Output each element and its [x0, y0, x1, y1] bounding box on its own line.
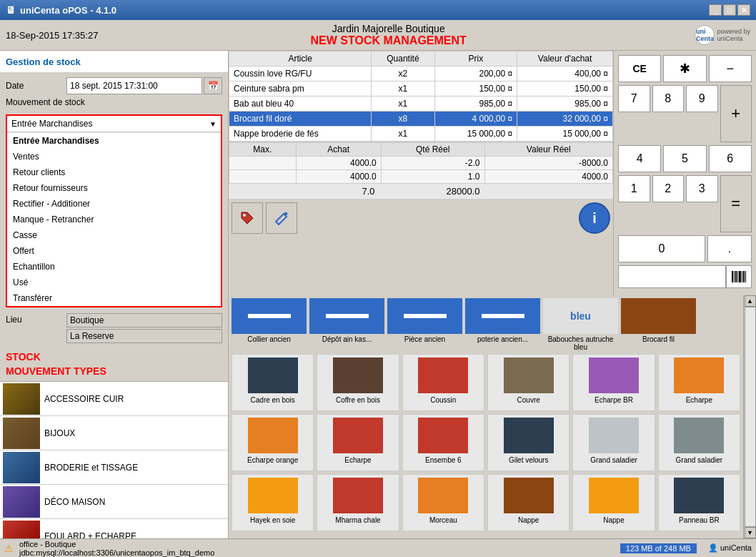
- product-echarpe-br[interactable]: Echarpe BR: [572, 354, 655, 411]
- dropdown-item-1[interactable]: Ventes: [7, 149, 221, 164]
- digit-7-btn[interactable]: 7: [618, 85, 650, 112]
- middle-section: Article Quantité Prix Valeur d'achat Cou…: [229, 51, 756, 295]
- dropdown-item-7[interactable]: Offert: [7, 243, 221, 259]
- dropdown-item-4[interactable]: Rectifier - Additioner: [7, 196, 221, 212]
- movement-dropdown[interactable]: Entrée Marchandises ▼ Entrée Marchandise…: [6, 114, 222, 307]
- digit-2-btn[interactable]: 2: [652, 175, 685, 202]
- minus-button[interactable]: −: [709, 55, 752, 82]
- product-ensembe[interactable]: Ensembe 6: [402, 414, 484, 471]
- cell-article: Bab aut bleu 40: [229, 97, 372, 112]
- product-echarpe1[interactable]: Echarpe: [658, 354, 740, 411]
- barcode-btn[interactable]: [726, 265, 752, 288]
- movement-selected: Entrée Marchandises: [11, 119, 92, 129]
- table-row[interactable]: Coussin love RG/FU x2 200,00 ¤ 400,00 ¤: [229, 66, 613, 82]
- calendar-btn[interactable]: 📅: [204, 77, 222, 94]
- product-coussin[interactable]: Coussin: [402, 354, 484, 411]
- digit-8-btn[interactable]: 8: [652, 85, 685, 112]
- category-bijoux[interactable]: BIJOUX: [0, 416, 228, 450]
- category-foulard[interactable]: FOULARD + ECHARPE: [0, 519, 228, 538]
- plus-button[interactable]: +: [720, 85, 752, 142]
- products-scrollbar[interactable]: ▲ ▼: [743, 295, 756, 538]
- product-thumb-morceau: [418, 478, 468, 513]
- dropdown-item-5[interactable]: Manque - Retrancher: [7, 212, 221, 227]
- product-coffre[interactable]: Coffre en bois: [317, 354, 399, 411]
- numpad-panel: CE ✱ − 7 8 9 + 4 5 6: [613, 51, 756, 295]
- brocard-btn[interactable]: Brocard fil: [621, 298, 696, 351]
- product-grand-sal1[interactable]: Grand saladier: [572, 414, 655, 471]
- category-accessoire[interactable]: ACCESSOIRE CUIR: [0, 382, 228, 416]
- digit-6-btn[interactable]: 6: [709, 145, 752, 172]
- svg-rect-2: [734, 271, 735, 282]
- product-thumb-couvre: [504, 358, 554, 393]
- poterie-btn[interactable]: poterie ancien...: [465, 298, 540, 351]
- product-nappe1[interactable]: Nappe: [487, 474, 570, 531]
- product-morceau[interactable]: Morceau: [402, 474, 484, 531]
- babouches-btn[interactable]: bleu Babouches autruche bleu: [543, 298, 618, 351]
- sub-col-max: Max.: [229, 143, 297, 157]
- right-section: Article Quantité Prix Valeur d'achat Cou…: [229, 51, 756, 538]
- table-row-selected[interactable]: Brocard fil doré x8 4 000,00 ¤ 32 000,00…: [229, 112, 613, 127]
- lieu-reserve[interactable]: La Reserve: [66, 329, 222, 343]
- tag-btn[interactable]: [232, 202, 263, 234]
- digit-4-btn[interactable]: 4: [618, 145, 661, 172]
- lieu-boutique[interactable]: Boutique: [66, 313, 222, 327]
- product-panneau-br[interactable]: Panneau BR: [658, 474, 740, 531]
- info-icon: i: [592, 210, 597, 227]
- info-btn[interactable]: i: [579, 202, 610, 234]
- digit-1-btn[interactable]: 1: [618, 175, 650, 202]
- dropdown-item-2[interactable]: Retour clients: [7, 164, 221, 180]
- sub-max-2: [229, 170, 297, 184]
- products-section: Collier ancien Dépôt ain kas...: [229, 295, 756, 538]
- collier-btn[interactable]: Collier ancien: [232, 298, 307, 351]
- piece-btn[interactable]: Pièce ancien: [387, 298, 462, 351]
- dropdown-item-3[interactable]: Retour fournisseurs: [7, 180, 221, 196]
- barcode-icon: [731, 270, 747, 284]
- product-couvre[interactable]: Couvre: [487, 354, 570, 411]
- digit-3-btn[interactable]: 3: [686, 175, 718, 202]
- product-hayek[interactable]: Hayek en soie: [232, 474, 314, 531]
- table-row[interactable]: Ceinture sabra pm x1 150,00 ¤ 150,00 ¤: [229, 82, 613, 97]
- status-info: office - Boutique jdbc:mysql://localhost…: [19, 540, 214, 557]
- dropdown-item-0[interactable]: Entrée Marchandises: [7, 133, 221, 149]
- product-name-ensembe: Ensembe 6: [425, 456, 462, 464]
- maximize-btn[interactable]: □: [723, 4, 736, 16]
- category-deco[interactable]: DÉCO MAISON: [0, 485, 228, 519]
- minimize-btn[interactable]: _: [709, 4, 722, 16]
- ce-button[interactable]: CE: [618, 55, 661, 82]
- product-echarpe2[interactable]: Echarpe: [317, 414, 399, 471]
- cat-thumb-bijoux: [3, 418, 40, 449]
- product-mharma[interactable]: Mharma chale: [317, 474, 399, 531]
- product-cadre[interactable]: Cadre en bois: [232, 354, 314, 411]
- table-row[interactable]: Bab aut bleu 40 x1 985,00 ¤ 985,00 ¤: [229, 97, 613, 112]
- dropdown-item-9[interactable]: Usé: [7, 275, 221, 290]
- dropdown-item-6[interactable]: Casse: [7, 227, 221, 243]
- product-echarpe-orange[interactable]: Echarpe orange: [232, 414, 314, 471]
- scroll-down-btn[interactable]: ▼: [745, 527, 756, 538]
- category-broderie[interactable]: BRODERIE et TISSAGE: [0, 450, 228, 485]
- equals-button[interactable]: =: [720, 175, 752, 232]
- table-row[interactable]: Nappe broderie de fés x1 15 000,00 ¤ 15 …: [229, 127, 613, 142]
- dropdown-item-8[interactable]: Echantillon: [7, 259, 221, 275]
- product-thumb-echarpe-br: [589, 358, 639, 393]
- multiply-button[interactable]: ✱: [663, 55, 706, 82]
- product-thumb-mharma: [333, 478, 383, 513]
- date-input[interactable]: [66, 77, 202, 94]
- num-display: [618, 265, 726, 288]
- svg-rect-5: [739, 271, 741, 282]
- edit-btn[interactable]: [266, 202, 297, 234]
- product-nappe2[interactable]: Nappe: [572, 474, 655, 531]
- product-gilet[interactable]: Gilet velours: [487, 414, 570, 471]
- decimal-btn[interactable]: .: [707, 235, 752, 262]
- digit-9-btn[interactable]: 9: [686, 85, 718, 112]
- movement-dropdown-header[interactable]: Entrée Marchandises ▼: [7, 116, 221, 132]
- cat-name-bijoux: BIJOUX: [44, 428, 75, 438]
- product-name-couvre: Couvre: [517, 396, 540, 404]
- scroll-up-btn[interactable]: ▲: [745, 295, 756, 307]
- col-prix: Prix: [434, 51, 517, 66]
- digit-0-btn[interactable]: 0: [618, 235, 705, 262]
- depot-btn[interactable]: Dépôt ain kas...: [309, 298, 384, 351]
- digit-5-btn[interactable]: 5: [663, 145, 706, 172]
- close-btn[interactable]: ✕: [737, 4, 750, 16]
- dropdown-item-10[interactable]: Transférer: [7, 290, 221, 306]
- product-grand-sal2[interactable]: Grand saladier: [658, 414, 740, 471]
